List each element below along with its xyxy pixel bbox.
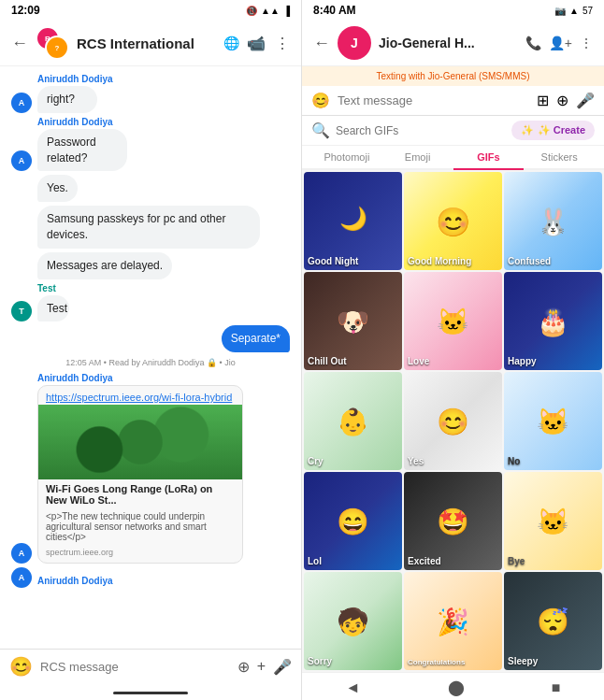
add-right[interactable]: ⊕ xyxy=(556,92,568,109)
header-title-left: RCS International xyxy=(77,36,216,51)
wifi-icon: ▲▲ xyxy=(261,6,280,16)
gif-label-sleepy: Sleepy xyxy=(508,656,538,666)
tab-stickers[interactable]: Stickers xyxy=(524,146,595,170)
msg-row-link: A Aniruddh Dodiya https://spectrum.ieee.… xyxy=(11,373,290,564)
more-options-icon[interactable]: ⋮ xyxy=(275,35,290,52)
gif-item-happy[interactable]: Happy xyxy=(504,272,602,370)
battery-icon: ▐ xyxy=(283,6,290,16)
gif-label-sorry: Sorry xyxy=(308,656,332,666)
sms-banner: Texting with Jio-General (SMS/MMS) xyxy=(302,66,604,86)
home-nav-right[interactable]: ⬤ xyxy=(448,679,465,696)
header-icons-right: 📞 👤+ ⋮ xyxy=(525,36,593,50)
header-icons-left: 📹 ⋮ xyxy=(247,35,290,52)
avatar-right: J xyxy=(338,26,371,60)
msg-row-2: A Aniruddh Dodiya Password related? xyxy=(11,117,290,172)
avatar-aniruddh-1: A xyxy=(11,93,32,113)
avatar-group-left: R ? xyxy=(36,26,69,60)
time-right: 8:40 AM xyxy=(313,4,356,17)
msg-yes: Yes. xyxy=(37,175,78,202)
status-icons-left: 📵 ▲▲ ▐ xyxy=(246,6,290,16)
gif-item-sleepy[interactable]: Sleepy xyxy=(504,572,602,670)
back-nav-right[interactable]: ◄ xyxy=(346,679,361,696)
gif-tabs: Photomoji Emoji GIFs Stickers xyxy=(302,146,604,170)
sender-name-last: Aniruddh Dodiya xyxy=(37,576,113,586)
audio-right[interactable]: 🎤 xyxy=(576,92,595,109)
nav-bar-right: ◄ ⬤ ■ xyxy=(302,672,604,700)
msg-password: Password related? xyxy=(37,129,127,172)
gif-item-sorry[interactable]: Sorry xyxy=(304,572,402,670)
gif-label-confused: Confused xyxy=(508,256,551,266)
phone-icon-right[interactable]: 📞 xyxy=(525,36,541,50)
sender-name-1: Aniruddh Dodiya xyxy=(37,74,113,84)
message-input-left[interactable] xyxy=(40,660,230,674)
gif-item-cry[interactable]: Cry xyxy=(304,372,402,470)
left-panel: 12:09 📵 ▲▲ ▐ ← R ? RCS International 🌐 📹… xyxy=(0,0,302,700)
add-person-icon[interactable]: 👤+ xyxy=(549,36,572,50)
gif-item-excited[interactable]: Excited xyxy=(404,472,502,570)
msg-meta: 12:05 AM • Read by Aniruddh Dodiya 🔒 • J… xyxy=(11,358,290,367)
back-button-left[interactable]: ← xyxy=(11,34,28,53)
gif-label-excited: Excited xyxy=(408,556,441,566)
gif-item-good-night[interactable]: Good Night xyxy=(304,172,402,270)
avatar-aniruddh-link: A xyxy=(11,543,32,564)
tab-gifs[interactable]: GIFs xyxy=(453,146,525,170)
link-preview[interactable]: https://spectrum.ieee.org/wi-fi-lora-hyb… xyxy=(37,385,243,564)
gif-item-congratulations[interactable]: Congratulations xyxy=(404,572,502,670)
status-icons-right: 📷 ▲ 57 xyxy=(554,6,593,16)
back-button-right[interactable]: ← xyxy=(313,34,330,53)
gif-label-chill-out: Chill Out xyxy=(308,356,347,366)
tab-emoji[interactable]: Emoji xyxy=(382,146,453,170)
create-icon: ✨ xyxy=(521,124,534,136)
search-input-right[interactable] xyxy=(336,124,506,137)
msg-row-1: A Aniruddh Dodiya right? xyxy=(11,74,290,113)
signal-icon-right: 📷 xyxy=(554,6,566,16)
wifi-icon-right: ▲ xyxy=(569,6,579,16)
header-title-right: Jio-General H... xyxy=(379,36,518,50)
sender-name-link: Aniruddh Dodiya xyxy=(37,373,243,383)
attach-icon[interactable]: ⊕ xyxy=(237,658,250,676)
chat-messages: A Aniruddh Dodiya right? A Aniruddh Dodi… xyxy=(0,66,301,649)
gif-label-love: Love xyxy=(408,356,429,366)
audio-icon[interactable]: 🎤 xyxy=(273,658,292,676)
input-bar-left: 😊 ⊕ + 🎤 xyxy=(0,649,301,683)
header-left: ← R ? RCS International 🌐 📹 ⋮ xyxy=(0,21,301,66)
msg-row-last: A Aniruddh Dodiya xyxy=(11,567,290,588)
main-container: 12:09 📵 ▲▲ ▐ ← R ? RCS International 🌐 📹… xyxy=(0,0,604,700)
create-button[interactable]: ✨ ✨ Create xyxy=(511,121,595,140)
gif-item-chill-out[interactable]: Chill Out xyxy=(304,272,402,370)
gif-label-yes: Yes xyxy=(408,456,424,466)
emoji-btn-right[interactable]: 😊 xyxy=(311,92,330,109)
gif-item-yes[interactable]: Yes xyxy=(404,372,502,470)
gif-item-lol[interactable]: Lol xyxy=(304,472,402,570)
status-bar-right: 8:40 AM 📷 ▲ 57 xyxy=(302,0,604,21)
video-call-icon[interactable]: 📹 xyxy=(247,35,266,52)
gif-label-good-night: Good Night xyxy=(308,256,358,266)
gif-item-bye[interactable]: Bye xyxy=(504,472,602,570)
input-icons-left: ⊕ + 🎤 xyxy=(237,658,292,676)
gif-item-good-morning[interactable]: Good Morning xyxy=(404,172,502,270)
avatar-aniruddh-2: A xyxy=(11,150,32,171)
recents-nav-right[interactable]: ■ xyxy=(552,679,561,696)
msg-delayed: Messages are delayed. xyxy=(37,252,172,279)
status-bar-left: 12:09 📵 ▲▲ ▐ xyxy=(0,0,301,21)
message-input-right[interactable] xyxy=(338,93,529,107)
link-url[interactable]: https://spectrum.ieee.org/wi-fi-lora-hyb… xyxy=(38,386,242,405)
msg-samsung: Samsung passkeys for pc and other device… xyxy=(37,206,260,249)
emoji-button-left[interactable]: 😊 xyxy=(9,655,33,678)
msg-test: Test xyxy=(37,295,69,322)
gif-item-love[interactable]: Love xyxy=(404,272,502,370)
create-label: ✨ Create xyxy=(538,124,585,136)
plus-icon[interactable]: + xyxy=(257,658,266,676)
gif-label-good-morning: Good Morning xyxy=(408,256,471,266)
more-options-right[interactable]: ⋮ xyxy=(580,36,593,50)
gif-label-cry: Cry xyxy=(308,456,324,466)
sender-name-2: Aniruddh Dodiya xyxy=(37,117,149,127)
link-desc: <p>The new technique could underpin agri… xyxy=(38,509,242,546)
gif-item-no[interactable]: No xyxy=(504,372,602,470)
gif-label-no: No xyxy=(508,456,520,466)
tab-photomoji[interactable]: Photomoji xyxy=(311,146,382,170)
globe-icon: 🌐 xyxy=(223,36,239,50)
gif-item-confused[interactable]: Confused xyxy=(504,172,602,270)
attach-right[interactable]: ⊞ xyxy=(537,92,549,109)
nav-indicator-left xyxy=(113,692,188,694)
